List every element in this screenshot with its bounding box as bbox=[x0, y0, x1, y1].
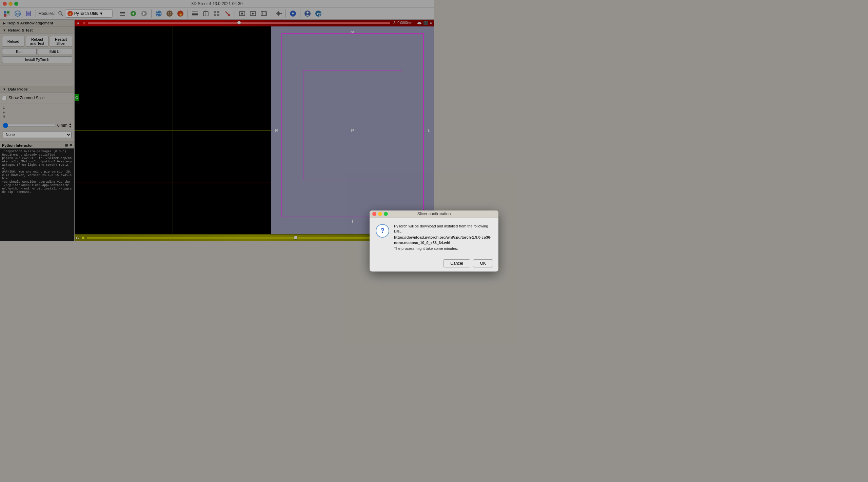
question-icon: ? bbox=[376, 224, 389, 238]
modal-close-button[interactable] bbox=[372, 212, 376, 216]
modal-title: Slicer confirmation bbox=[417, 212, 434, 216]
modal-window-controls bbox=[372, 212, 388, 216]
modal-overlay: Slicer confirmation ? PyTorch will be do… bbox=[0, 0, 434, 241]
modal-body: ? PyTorch will be download and installed… bbox=[370, 218, 434, 241]
modal-max-button[interactable] bbox=[384, 212, 388, 216]
modal-icon: ? bbox=[375, 223, 390, 238]
modal-min-button[interactable] bbox=[378, 212, 382, 216]
modal-message-line1: PyTorch will be download and installed f… bbox=[394, 224, 434, 234]
modal-message-url: https://download.pytorch.org/whl/cpu/tor… bbox=[394, 235, 434, 241]
confirmation-dialog: Slicer confirmation ? PyTorch will be do… bbox=[370, 210, 434, 241]
modal-titlebar: Slicer confirmation bbox=[370, 210, 434, 218]
modal-message: PyTorch will be download and installed f… bbox=[394, 223, 434, 241]
